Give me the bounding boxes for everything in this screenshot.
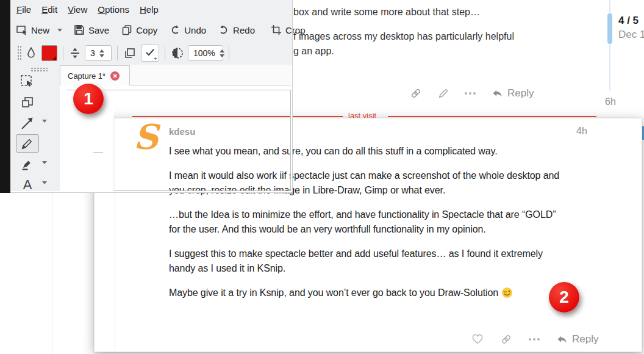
undo-button[interactable]: Undo bbox=[169, 24, 206, 36]
more-actions-icon[interactable] bbox=[465, 92, 476, 95]
ksnip-window: File Edit View Options Help New Save bbox=[10, 0, 293, 193]
reply-button[interactable]: Reply bbox=[556, 333, 598, 345]
crop-label: Crop bbox=[285, 25, 306, 35]
color-picker-button[interactable] bbox=[41, 45, 57, 61]
menu-help[interactable]: Help bbox=[140, 4, 159, 15]
chevron-down-icon[interactable] bbox=[42, 120, 47, 123]
viewport-margin bbox=[60, 85, 66, 193]
redo-label: Redo bbox=[233, 25, 255, 35]
post-actions-bottom: Reply bbox=[471, 333, 598, 345]
reply-label: Reply bbox=[507, 87, 534, 99]
post-paragraph: …but the Idea is to minimize the effort,… bbox=[169, 208, 614, 237]
background-post-text: box and write some more about that step… bbox=[293, 5, 480, 20]
link-icon[interactable] bbox=[500, 333, 512, 345]
like-heart-icon[interactable] bbox=[471, 333, 484, 345]
more-actions-icon[interactable] bbox=[529, 338, 540, 341]
captured-collapsed-marker bbox=[93, 152, 103, 153]
confirm-toggle-button[interactable] bbox=[141, 45, 159, 62]
crop-button[interactable]: Crop bbox=[270, 24, 306, 36]
zoom-spinbox[interactable]: 100% bbox=[188, 45, 223, 61]
marker-tool-button[interactable] bbox=[16, 156, 39, 174]
thickness-value: 3 bbox=[90, 48, 95, 58]
timeline-position: 4 / 5 bbox=[618, 15, 639, 27]
edit-pencil-icon[interactable] bbox=[438, 88, 449, 99]
annotation-badge-2[interactable]: 2 bbox=[549, 282, 579, 312]
screenshot-root: box and write some more about that step…… bbox=[0, 0, 644, 354]
undo-label: Undo bbox=[184, 25, 206, 35]
redo-button[interactable]: Redo bbox=[218, 24, 255, 36]
link-icon[interactable] bbox=[410, 87, 422, 99]
chevron-down-icon[interactable] bbox=[42, 161, 47, 164]
save-label: Save bbox=[88, 25, 109, 35]
toolbar-handle[interactable] bbox=[17, 45, 21, 61]
post-paragraph: Maybe give it a try in Ksnip, and you wo… bbox=[169, 286, 614, 300]
menu-options[interactable]: Options bbox=[98, 4, 129, 15]
text-tool-button[interactable]: A bbox=[16, 176, 39, 194]
menu-bar: File Edit View Options Help bbox=[10, 0, 293, 18]
options-toolbar: 3 100% bbox=[10, 42, 293, 65]
separator bbox=[165, 46, 165, 60]
chevron-down-icon[interactable] bbox=[57, 29, 62, 32]
pen-tool-button[interactable] bbox=[16, 134, 39, 153]
menu-edit[interactable]: Edit bbox=[41, 4, 57, 15]
tab-capture-1[interactable]: Capture 1* ✕ bbox=[60, 65, 130, 85]
line-width-icon[interactable] bbox=[69, 46, 81, 60]
desktop-edge bbox=[0, 0, 10, 193]
thickness-spinbox[interactable]: 3 bbox=[85, 45, 112, 61]
tab-label: Capture 1* bbox=[68, 71, 106, 81]
post-time: 4h bbox=[576, 126, 587, 137]
copy-button[interactable]: Copy bbox=[121, 24, 157, 36]
reply-button[interactable]: Reply bbox=[492, 87, 534, 99]
post-actions-top: Reply bbox=[410, 86, 534, 101]
main-toolbar: New Save Copy Undo bbox=[10, 18, 293, 42]
background-post-text: g an app. bbox=[293, 44, 334, 59]
tab-bar: Capture 1* ✕ bbox=[60, 65, 291, 85]
window-border bbox=[292, 0, 293, 193]
menu-view[interactable]: View bbox=[68, 4, 87, 15]
last-visit-line bbox=[388, 116, 596, 117]
background-post-text: f images across my desktop has particula… bbox=[293, 29, 514, 44]
select-tool-button[interactable] bbox=[16, 73, 39, 91]
annotation-badge-1[interactable]: 1 bbox=[73, 84, 104, 114]
save-button[interactable]: Save bbox=[73, 24, 109, 36]
timeline-date: Dec 1 bbox=[618, 29, 644, 41]
menu-file[interactable]: File bbox=[16, 4, 31, 15]
chevron-down-icon bbox=[154, 58, 157, 60]
tool-sidebar: A bbox=[10, 65, 60, 191]
reply-label: Reply bbox=[572, 333, 598, 345]
chevron-down-icon[interactable] bbox=[42, 181, 47, 184]
captured-panel-divider bbox=[113, 116, 113, 191]
timeline-time: 6h bbox=[605, 96, 616, 107]
separator bbox=[117, 46, 118, 60]
zoom-value: 100% bbox=[193, 48, 215, 58]
close-icon[interactable]: ✕ bbox=[110, 71, 120, 81]
separator bbox=[229, 46, 229, 60]
separator bbox=[63, 46, 63, 60]
contrast-icon[interactable] bbox=[171, 46, 184, 60]
toolbar-handle[interactable] bbox=[30, 67, 48, 72]
duplicate-tool-button[interactable] bbox=[16, 93, 39, 112]
blur-drop-icon[interactable] bbox=[25, 46, 37, 60]
copy-label: Copy bbox=[136, 25, 157, 35]
post-paragraph: I suggest this to make spectacle better … bbox=[169, 247, 614, 276]
new-button[interactable]: New bbox=[16, 24, 62, 36]
arrow-tool-button[interactable] bbox=[16, 114, 39, 132]
window-border bbox=[10, 192, 293, 193]
border-style-icon[interactable] bbox=[123, 46, 137, 60]
wink-emoji-icon bbox=[501, 287, 513, 298]
new-label: New bbox=[31, 25, 49, 35]
timeline-handle[interactable] bbox=[607, 13, 612, 44]
